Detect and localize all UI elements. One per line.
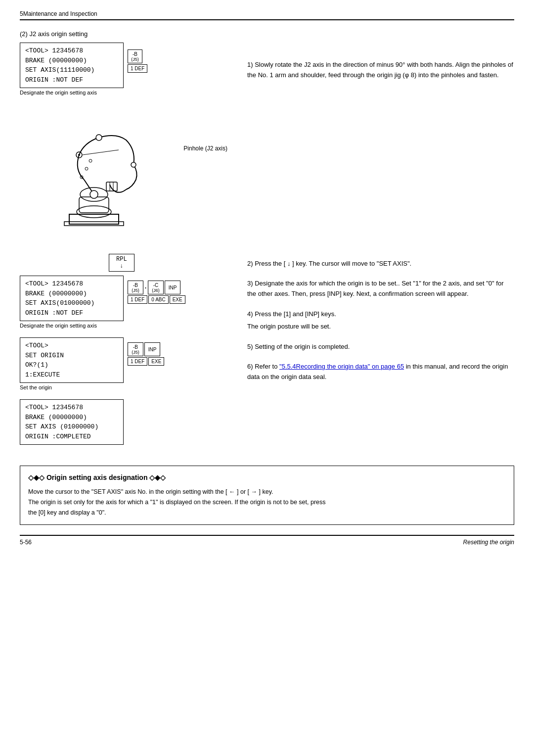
display2-btn-row1: -B (J5) · -C (J6) INP xyxy=(128,281,185,294)
step4-line1: 4) Press the [1] and [INP] keys. xyxy=(247,309,514,320)
section-heading: (2) J2 axis origin setting xyxy=(20,30,232,38)
note-line2: The origin is set only for the axis for … xyxy=(28,497,506,508)
page: 5Maintenance and Inspection (2) J2 axis … xyxy=(0,0,534,756)
note-line1: Move the cursor to the "SET AXIS" axis N… xyxy=(28,487,506,497)
btn2-1def[interactable]: 1 DEF xyxy=(128,295,147,304)
display1-line1: <TOOL> 12345678 xyxy=(25,46,118,56)
display3-btn-row2: 1 DEF EXE xyxy=(128,357,164,366)
header-text: 5Maintenance and Inspection xyxy=(20,10,97,17)
display1-with-buttons: <TOOL> 12345678 BRAKE (00000000) SET AXI… xyxy=(20,43,232,95)
svg-line-17 xyxy=(83,150,119,155)
main-content: (2) J2 axis origin setting <TOOL> 123456… xyxy=(20,30,514,454)
display1-box: <TOOL> 12345678 BRAKE (00000000) SET AXI… xyxy=(20,43,124,95)
svg-rect-14 xyxy=(106,182,117,191)
display1-line2: BRAKE (00000000) xyxy=(25,56,118,66)
step6-block: 6) Refer to "5.5.4Recording the origin d… xyxy=(247,362,514,382)
note-line3: the [0] key and display a "0". xyxy=(28,508,506,518)
display3-box: <TOOL> SET ORIGIN OK?(1) 1:EXECUTE Set t… xyxy=(20,337,124,390)
robot-diagram: Pinhole (J2 axis) xyxy=(20,105,232,244)
svg-point-13 xyxy=(89,159,92,162)
display3-line2: SET ORIGIN xyxy=(25,351,118,361)
btn3-inp[interactable]: INP xyxy=(144,342,160,356)
note-box: ◇◆◇ Origin setting axis designation ◇◆◇ … xyxy=(20,466,514,525)
display3-section: <TOOL> SET ORIGIN OK?(1) 1:EXECUTE Set t… xyxy=(20,337,232,390)
dot-connector1: · xyxy=(144,283,147,292)
display2-label: Designate the origin setting axis xyxy=(20,323,124,329)
svg-point-7 xyxy=(78,154,80,156)
display3-btn-row1: -B (J5) INP xyxy=(128,342,164,356)
header: 5Maintenance and Inspection xyxy=(20,10,514,20)
svg-point-9 xyxy=(96,135,102,141)
svg-point-10 xyxy=(131,162,136,167)
display1-buttons: -B (J5) 1 DEF xyxy=(128,49,147,73)
svg-rect-0 xyxy=(69,214,119,224)
step1-text: 1) Slowly rotate the J2 axis in the dire… xyxy=(247,60,514,81)
display2-line4: ORIGIN :NOT DEF xyxy=(25,308,118,318)
rpl-box: RPL ↓ xyxy=(109,254,134,272)
display1: <TOOL> 12345678 BRAKE (00000000) SET AXI… xyxy=(20,43,124,88)
display2-btn-row2: 1 DEF 0 ABC EXE xyxy=(128,295,185,304)
note-heading: ◇◆◇ Origin setting axis designation ◇◆◇ xyxy=(28,472,506,484)
rpl-line1: RPL xyxy=(116,256,127,263)
svg-point-2 xyxy=(77,206,111,218)
btn-1def[interactable]: 1 DEF xyxy=(128,64,147,73)
display4-line4: ORIGIN :COMPLETED xyxy=(25,432,118,442)
display1-btn-row2: 1 DEF xyxy=(128,64,147,73)
step4-block: 4) Press the [1] and [INP] keys. The ori… xyxy=(247,309,514,332)
step5-block: 5) Setting of the origin is completed. xyxy=(247,342,514,352)
robot-svg xyxy=(20,105,178,234)
display2-line1: <TOOL> 12345678 xyxy=(25,279,118,289)
display3-line4: 1:EXECUTE xyxy=(25,370,118,380)
display3-with-buttons: <TOOL> SET ORIGIN OK?(1) 1:EXECUTE Set t… xyxy=(20,337,232,390)
display4-line1: <TOOL> 12345678 xyxy=(25,403,118,413)
btn3-1def[interactable]: 1 DEF xyxy=(128,357,147,366)
display1-btn-row1: -B (J5) xyxy=(128,49,147,63)
display1-section: <TOOL> 12345678 BRAKE (00000000) SET AXI… xyxy=(20,43,232,95)
cursor-section: RPL ↓ Move the cursor xyxy=(20,254,232,272)
display2-line3: SET AXIS(01000000) xyxy=(25,298,118,308)
btn-b-j5[interactable]: -B (J5) xyxy=(128,49,142,63)
display1-line4: ORIGIN :NOT DEF xyxy=(25,75,118,85)
btn2-b-j5[interactable]: -B (J5) xyxy=(128,281,143,294)
step1-block: 1) Slowly rotate the J2 axis in the dire… xyxy=(247,60,514,81)
display4-line2: BRAKE (00000000) xyxy=(25,413,118,423)
display3-buttons: -B (J5) INP 1 DEF EXE xyxy=(128,342,164,366)
display2-buttons: -B (J5) · -C (J6) INP 1 DEF xyxy=(128,281,185,304)
step5-text: 5) Setting of the origin is completed. xyxy=(247,342,514,352)
pinhole-label: Pinhole (J2 axis) xyxy=(183,145,227,152)
btn2-c-j6[interactable]: -C (J6) xyxy=(148,281,164,294)
step6-prefix: 6) Refer to xyxy=(247,363,279,370)
step3-text: 3) Designate the axis for which the orig… xyxy=(247,279,514,299)
btn-b-j5-label: -B xyxy=(133,51,137,57)
display1-label: Designate the origin setting axis xyxy=(20,90,124,95)
footer-title: Resetting the origin xyxy=(463,539,514,546)
btn3-exe[interactable]: EXE xyxy=(148,357,164,366)
btn-b-j5-sub: (J5) xyxy=(131,57,139,62)
btn3-b-j5[interactable]: -B (J5) xyxy=(128,342,143,356)
footer-page: 5-56 xyxy=(20,539,32,546)
right-column: 1) Slowly rotate the J2 axis in the dire… xyxy=(247,30,514,454)
step4-line2: The origin posture will be set. xyxy=(247,322,514,332)
step2-block: 2) Press the [ ↓ ] key. The cursor will … xyxy=(247,259,514,269)
step6-text: 6) Refer to "5.5.4Recording the origin d… xyxy=(247,362,514,382)
display2-with-buttons: <TOOL> 12345678 BRAKE (00000000) SET AXI… xyxy=(20,276,232,329)
step3-block: 3) Designate the axis for which the orig… xyxy=(247,279,514,299)
display3-line1: <TOOL> xyxy=(25,341,118,351)
display2: <TOOL> 12345678 BRAKE (00000000) SET AXI… xyxy=(20,276,124,321)
btn2-exe[interactable]: EXE xyxy=(170,295,185,304)
step2-text: 2) Press the [ ↓ ] key. The cursor will … xyxy=(247,259,514,269)
display4: <TOOL> 12345678 BRAKE (00000000) SET AXI… xyxy=(20,399,124,445)
display2-section: <TOOL> 12345678 BRAKE (00000000) SET AXI… xyxy=(20,276,232,329)
svg-point-12 xyxy=(85,167,88,170)
display2-line2: BRAKE (00000000) xyxy=(25,289,118,299)
footer: 5-56 Resetting the origin xyxy=(20,535,514,546)
btn2-inp[interactable]: INP xyxy=(165,281,180,294)
step6-link: "5.5.4Recording the origin data" on page… xyxy=(279,363,404,370)
display3: <TOOL> SET ORIGIN OK?(1) 1:EXECUTE xyxy=(20,337,124,383)
svg-point-8 xyxy=(90,190,98,198)
left-column: (2) J2 axis origin setting <TOOL> 123456… xyxy=(20,30,232,454)
btn2-0abc[interactable]: 0 ABC xyxy=(148,295,168,304)
display2-box: <TOOL> 12345678 BRAKE (00000000) SET AXI… xyxy=(20,276,124,329)
display1-line3: SET AXIS(11110000) xyxy=(25,65,118,75)
rpl-line2: ↓ xyxy=(116,263,127,270)
